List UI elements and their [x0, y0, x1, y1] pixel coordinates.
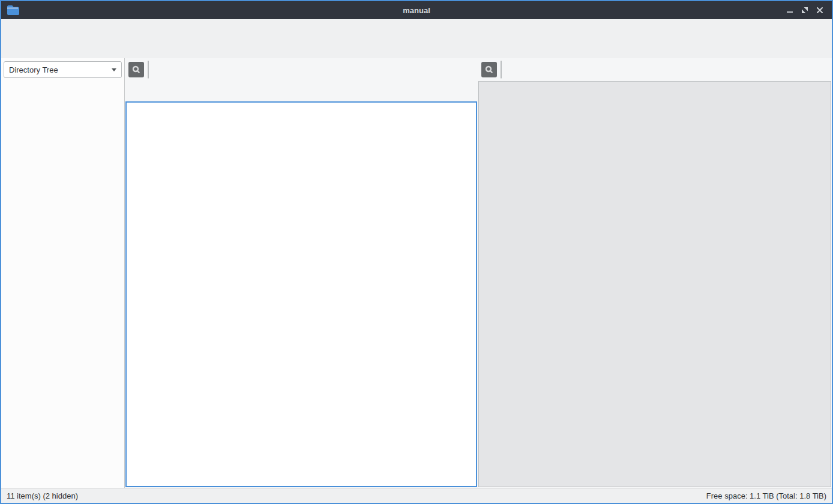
sidebar: Directory Tree — [1, 58, 125, 488]
statusbar: 11 item(s) (2 hidden) Free space: 1.1 Ti… — [1, 488, 832, 503]
path-search-button[interactable] — [481, 62, 497, 77]
chevron-down-icon — [112, 68, 116, 71]
left-file-view[interactable] — [125, 101, 477, 487]
window-title: manual — [1, 6, 832, 15]
directory-tree — [1, 82, 124, 488]
menubar — [1, 19, 832, 37]
right-pathbar — [478, 58, 832, 81]
sidebar-mode-select[interactable]: Directory Tree — [4, 61, 122, 78]
restore-button[interactable] — [800, 5, 810, 15]
path-search-button[interactable] — [128, 62, 144, 77]
minimize-button[interactable] — [785, 5, 795, 15]
right-file-view[interactable] — [478, 81, 831, 487]
main-area: Directory Tree — [1, 58, 832, 488]
sidebar-mode-label: Directory Tree — [9, 65, 112, 74]
status-free-space: Free space: 1.1 TiB (Total: 1.8 TiB) — [706, 491, 826, 500]
left-pane — [125, 58, 478, 488]
left-pathbar — [125, 58, 478, 81]
toolbar — [1, 37, 832, 58]
file-manager-window: manual Directory Tree — [0, 0, 833, 504]
right-pane — [478, 58, 832, 488]
breadcrumb — [501, 61, 502, 79]
left-tabbar — [125, 81, 478, 101]
breadcrumb — [148, 61, 149, 79]
status-items-count: 11 item(s) (2 hidden) — [7, 491, 78, 500]
close-button[interactable] — [815, 5, 825, 15]
titlebar: manual — [1, 1, 832, 19]
